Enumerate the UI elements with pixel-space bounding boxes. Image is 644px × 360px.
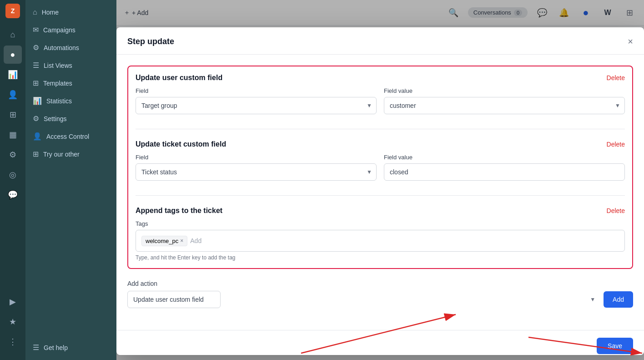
field-value-1-select[interactable]: customer bbox=[384, 97, 625, 114]
tags-label: Tags bbox=[136, 220, 625, 227]
action-block-1-title: Update user custom field bbox=[136, 74, 222, 82]
action-block-3-header: Append tags to the ticket Delete bbox=[136, 207, 625, 215]
sidebar-icon-chat[interactable]: 💬 bbox=[4, 186, 22, 204]
action-block-1: Update user custom field Delete Field Ta… bbox=[136, 74, 625, 129]
actions-container: Update user custom field Delete Field Ta… bbox=[127, 66, 633, 269]
action-block-2: Update ticket custom field Delete Field … bbox=[136, 140, 625, 196]
other-icon: ⊞ bbox=[33, 150, 39, 158]
action-block-3: Append tags to the ticket Delete Tags we… bbox=[136, 207, 625, 261]
settings-icon: ⚙ bbox=[33, 114, 39, 123]
field-value-1-label: Field value bbox=[384, 87, 625, 94]
home-icon: ⌂ bbox=[33, 8, 37, 16]
delete-block-3-button[interactable]: Delete bbox=[607, 207, 625, 214]
tags-section: Tags welcome_pc × Add Type, and hit the … bbox=[136, 220, 625, 261]
nav-label-help: Get help bbox=[44, 344, 68, 351]
nav-label-other: Try our other bbox=[43, 151, 80, 158]
help-icon: ☰ bbox=[33, 343, 39, 352]
nav-item-statistics[interactable]: 📊 Statistics bbox=[25, 92, 116, 110]
modal-header: Step update × bbox=[116, 27, 644, 55]
field-1-select-wrapper: Target group ▼ bbox=[136, 97, 377, 114]
nav-label-templates: Templates bbox=[43, 80, 72, 87]
action-block-1-header: Update user custom field Delete bbox=[136, 74, 625, 82]
tags-hint: Type, and hit the Enter key to add the t… bbox=[136, 254, 625, 261]
logo[interactable]: Z bbox=[5, 4, 20, 18]
field-1-label: Field bbox=[136, 87, 377, 94]
field-2-select-wrapper: Ticket status ▼ bbox=[136, 163, 377, 181]
nav-item-other[interactable]: ⊞ Try our other bbox=[25, 145, 116, 163]
sidebar-icon-reports[interactable]: 📊 bbox=[4, 66, 22, 84]
templates-icon: ⊞ bbox=[33, 79, 39, 87]
field-2-select[interactable]: Ticket status bbox=[136, 163, 377, 181]
sidebar-icon-grid[interactable]: ⊞ bbox=[4, 106, 22, 124]
nav-sidebar: ⌂ Home ✉ Campaigns ⚙ Automations ☰ List … bbox=[25, 0, 116, 360]
sidebar-icon-dots[interactable]: ⋮ bbox=[4, 333, 22, 351]
nav-item-help[interactable]: ☰ Get help bbox=[25, 339, 116, 356]
nav-label-statistics: Statistics bbox=[46, 97, 72, 105]
nav-item-templates[interactable]: ⊞ Templates bbox=[25, 74, 116, 92]
access-icon: 👤 bbox=[33, 132, 42, 141]
tag-label: welcome_pc bbox=[146, 238, 178, 244]
modal-body: Update user custom field Delete Field Ta… bbox=[116, 55, 644, 330]
sidebar-icon-settings[interactable]: ⚙ bbox=[4, 146, 22, 164]
modal-footer: Save bbox=[116, 330, 644, 355]
action-block-2-title: Update ticket custom field bbox=[136, 140, 226, 148]
field-1-column: Field Target group ▼ bbox=[136, 87, 377, 114]
modal-title: Step update bbox=[127, 37, 174, 46]
step-update-modal: Step update × Update user custom field D… bbox=[116, 27, 644, 355]
sidebar-icon-star[interactable]: ★ bbox=[4, 313, 22, 331]
automations-icon: ⚙ bbox=[33, 43, 39, 52]
action-block-3-title: Append tags to the ticket bbox=[136, 207, 222, 215]
action-block-2-fields: Field Ticket status ▼ Field value bbox=[136, 154, 625, 181]
field-value-1-select-wrapper: customer ▼ bbox=[384, 97, 625, 114]
nav-item-listviews[interactable]: ☰ List Views bbox=[25, 56, 116, 74]
field-1-select[interactable]: Target group bbox=[136, 97, 377, 114]
delete-block-2-button[interactable]: Delete bbox=[607, 141, 625, 148]
tag-remove-icon[interactable]: × bbox=[180, 238, 183, 244]
tag-welcome-pc: welcome_pc × bbox=[141, 236, 187, 246]
action-block-2-header: Update ticket custom field Delete bbox=[136, 140, 625, 148]
add-action-button[interactable]: Add bbox=[604, 291, 633, 308]
nav-label-listviews: List Views bbox=[44, 62, 72, 69]
statistics-icon: 📊 bbox=[33, 96, 42, 105]
sidebar-icon-bar[interactable]: ▦ bbox=[4, 126, 22, 144]
icon-sidebar: Z ⌂ ● 📊 👤 ⊞ ▦ ⚙ ◎ 💬 ▶ ★ ⋮ bbox=[0, 0, 25, 360]
main-content: ＋ + Add 🔍 Conversations 0 💬 🔔 ● W ⊞ Step… bbox=[116, 0, 644, 360]
delete-block-1-button[interactable]: Delete bbox=[607, 74, 625, 81]
add-action-section: Add action Update user custom field ▼ Ad… bbox=[127, 280, 633, 308]
add-action-row: Update user custom field ▼ Add bbox=[127, 291, 633, 308]
sidebar-icon-contacts[interactable]: 👤 bbox=[4, 86, 22, 104]
field-2-label: Field bbox=[136, 154, 377, 161]
nav-label-access: Access Control bbox=[46, 133, 89, 140]
add-action-label: Add action bbox=[127, 280, 633, 287]
nav-label-automations: Automations bbox=[44, 44, 79, 51]
add-action-chevron-icon: ▼ bbox=[590, 296, 595, 303]
modal-close-button[interactable]: × bbox=[628, 36, 633, 47]
modal-overlay: Step update × Update user custom field D… bbox=[116, 0, 644, 360]
field-value-2-label: Field value bbox=[384, 154, 625, 161]
field-value-2-column: Field value bbox=[384, 154, 625, 181]
sidebar-icon-active[interactable]: ● bbox=[4, 46, 22, 64]
nav-label-settings: Settings bbox=[44, 115, 67, 122]
nav-label-campaigns: Campaigns bbox=[43, 26, 75, 34]
add-action-select[interactable]: Update user custom field bbox=[127, 291, 221, 308]
listviews-icon: ☰ bbox=[33, 61, 39, 70]
campaigns-icon: ✉ bbox=[33, 25, 39, 34]
nav-item-access[interactable]: 👤 Access Control bbox=[25, 127, 116, 145]
sidebar-icon-home[interactable]: ⌂ bbox=[4, 25, 22, 44]
nav-item-settings[interactable]: ⚙ Settings bbox=[25, 110, 116, 127]
sidebar-icon-video[interactable]: ▶ bbox=[4, 293, 22, 311]
field-value-1-column: Field value customer ▼ bbox=[384, 87, 625, 114]
nav-item-campaigns[interactable]: ✉ Campaigns bbox=[25, 21, 116, 39]
nav-item-home[interactable]: ⌂ Home bbox=[25, 4, 116, 21]
tag-add-placeholder[interactable]: Add bbox=[190, 237, 201, 244]
action-block-1-fields: Field Target group ▼ Field value bbox=[136, 87, 625, 114]
field-2-column: Field Ticket status ▼ bbox=[136, 154, 377, 181]
sidebar-icon-target[interactable]: ◎ bbox=[4, 166, 22, 184]
field-value-2-input[interactable] bbox=[384, 163, 625, 181]
nav-label-home: Home bbox=[42, 9, 59, 16]
nav-item-automations[interactable]: ⚙ Automations bbox=[25, 39, 116, 56]
save-button[interactable]: Save bbox=[597, 338, 633, 354]
tags-box[interactable]: welcome_pc × Add bbox=[136, 230, 625, 252]
